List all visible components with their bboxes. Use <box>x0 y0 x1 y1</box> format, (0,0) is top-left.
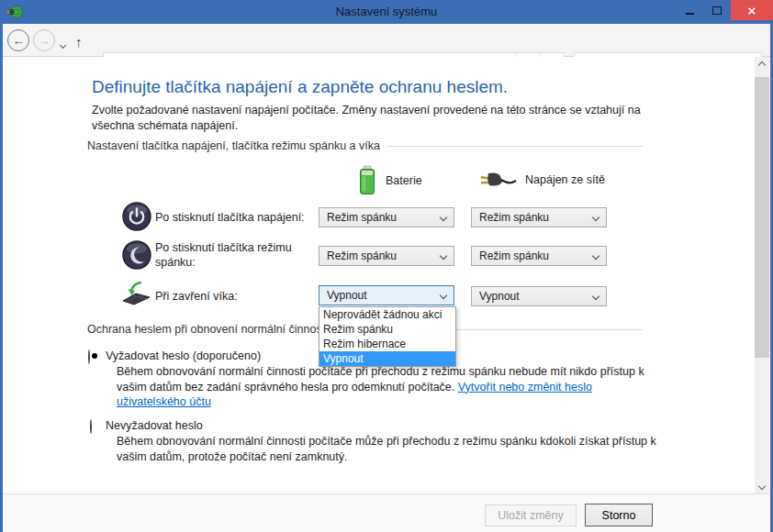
combo-power-battery[interactable]: Režim spánku <box>319 207 454 227</box>
footer-bar: Uložit změny Storno <box>0 493 773 532</box>
ac-power-icon <box>480 169 517 191</box>
chevron-down-icon <box>592 252 599 260</box>
scroll-up-button[interactable] <box>755 57 769 72</box>
scrollbar-thumb[interactable] <box>755 77 769 358</box>
radio-no-password-label[interactable]: Nevyžadovat heslo <box>106 419 203 432</box>
chevron-down-icon <box>592 214 599 221</box>
vertical-scrollbar[interactable] <box>755 57 769 493</box>
minimize-icon <box>686 13 694 15</box>
dropdown-option[interactable]: Neprovádět žádnou akci <box>319 307 455 322</box>
scroll-down-button[interactable] <box>755 478 769 493</box>
history-chevron-icon[interactable] <box>61 38 65 50</box>
column-battery-label: Baterie <box>386 174 422 187</box>
require-password-description: Během obnovování normální činnosti počít… <box>117 364 660 410</box>
close-icon: × <box>748 4 756 17</box>
column-ac-label: Napájen ze sítě <box>525 173 605 186</box>
page-title: Definujte tlačítka napájení a zapněte oc… <box>92 77 508 97</box>
window-border-left <box>0 24 3 532</box>
navigation-bar: ← → ↑ « Hardware a zvuk ▸ Možnosti na <box>0 24 773 57</box>
save-changes-button[interactable]: Uložit změny <box>485 504 577 526</box>
column-battery: Baterie <box>357 165 422 195</box>
chevron-down-icon <box>440 214 447 221</box>
up-button[interactable]: ↑ <box>75 34 83 50</box>
chevron-down-icon <box>440 292 447 299</box>
system-settings-window: Nastavení systému × ← → ↑ <box>0 0 773 532</box>
maximize-icon <box>712 6 722 15</box>
lid-dropdown-list: Neprovádět žádnou akci Režim spánku Reži… <box>319 306 456 367</box>
section-buttons-header: Nastavení tlačítka napájení, tlačítka re… <box>87 139 643 152</box>
row-power-label: Po stisknutí tlačítka napájení: <box>155 210 317 225</box>
maximize-button[interactable] <box>703 0 731 20</box>
combo-sleep-ac[interactable]: Režim spánku <box>471 246 607 266</box>
minimize-button[interactable] <box>676 0 703 20</box>
main-content: Definujte tlačítka napájení a zapněte oc… <box>3 57 755 493</box>
intro-text: Zvolte požadované nastavení napájení poč… <box>92 103 647 134</box>
back-button[interactable]: ← <box>7 29 29 51</box>
no-password-description: Během obnovování normální činnosti počít… <box>117 434 660 464</box>
cancel-button[interactable]: Storno <box>585 504 653 526</box>
row-sleep-label: Po stisknutí tlačítka režimu spánku: <box>155 240 317 270</box>
title-bar: Nastavení systému × <box>0 0 773 24</box>
combo-lid-battery[interactable]: Vypnout <box>319 285 454 305</box>
combo-lid-ac[interactable]: Vypnout <box>471 286 607 306</box>
sleep-button-icon <box>122 240 151 272</box>
close-button[interactable]: × <box>731 0 773 20</box>
power-button-icon <box>122 202 151 234</box>
lid-close-icon <box>119 281 154 311</box>
chevron-down-icon <box>592 293 599 300</box>
window-title: Nastavení systému <box>0 5 773 18</box>
dropdown-option-selected[interactable]: Vypnout <box>319 351 455 366</box>
battery-icon <box>357 165 377 195</box>
forward-button[interactable]: → <box>33 29 55 51</box>
column-ac: Napájen ze sítě <box>480 169 605 191</box>
combo-power-ac[interactable]: Režim spánku <box>471 207 607 227</box>
radio-require-password-label[interactable]: Vyžadovat heslo (doporučeno) <box>106 349 261 362</box>
dropdown-option[interactable]: Režim hibernace <box>319 337 455 351</box>
dropdown-option[interactable]: Režim spánku <box>319 322 455 337</box>
radio-require-password[interactable] <box>88 349 90 364</box>
radio-no-password[interactable] <box>90 419 92 434</box>
row-lid-label: Při zavření víka: <box>155 289 317 304</box>
combo-sleep-battery[interactable]: Režim spánku <box>319 246 454 266</box>
chevron-down-icon <box>440 252 447 260</box>
